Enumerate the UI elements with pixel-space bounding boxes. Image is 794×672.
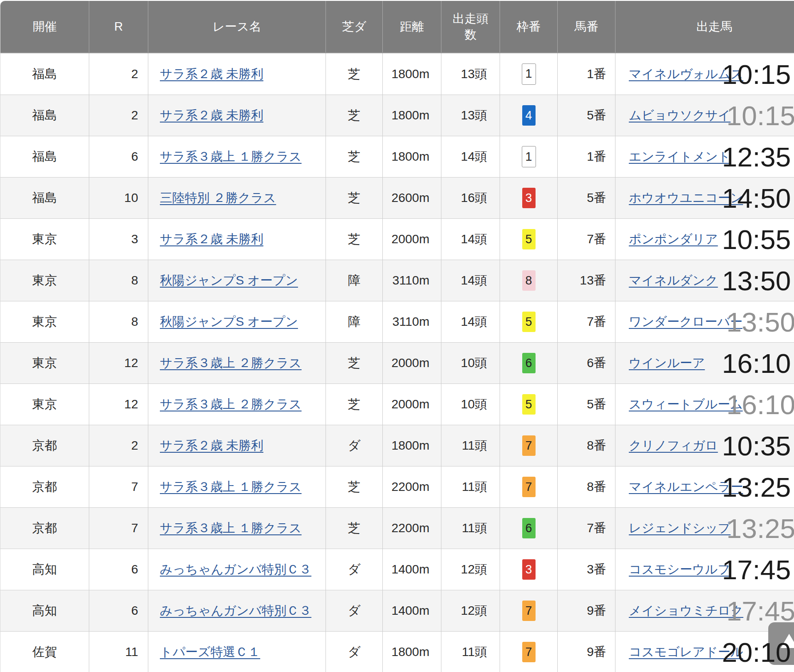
distance-cell: 2200m bbox=[383, 508, 441, 549]
race-number-label: 10 bbox=[124, 191, 138, 205]
horse-number-label: 8番 bbox=[587, 437, 606, 454]
distance-label: 1800m bbox=[391, 67, 429, 81]
horse-cell: ムビョウソクサイ10:15 bbox=[615, 95, 794, 136]
field-size-cell: 11頭 bbox=[441, 466, 500, 507]
surface-label: 芝 bbox=[348, 66, 361, 83]
column-label: 出走馬 bbox=[696, 19, 732, 35]
race-number-cell: 12 bbox=[89, 384, 148, 425]
race-name-link[interactable]: サラ系２歳 未勝利 bbox=[160, 107, 263, 124]
horse-name-link[interactable]: マイネルダンク bbox=[629, 272, 718, 289]
venue-label: 京都 bbox=[32, 478, 57, 495]
race-name-cell: みっちゃんガンバ特別Ｃ３ bbox=[148, 549, 326, 590]
horse-name-link[interactable]: ウインルーア bbox=[629, 355, 705, 372]
horse-cell: クリノフィガロ10:35 bbox=[615, 425, 794, 466]
frame-number-cell: 3 bbox=[500, 178, 558, 218]
distance-cell: 1800m bbox=[383, 632, 441, 672]
race-name-link[interactable]: サラ系２歳 未勝利 bbox=[160, 66, 263, 83]
distance-label: 2600m bbox=[391, 191, 429, 205]
venue-label: 東京 bbox=[32, 313, 57, 330]
race-name-link[interactable]: サラ系３歳上 ２勝クラス bbox=[160, 355, 302, 372]
col-header-venue: 開催 bbox=[0, 1, 89, 52]
surface-label: 障 bbox=[348, 313, 361, 330]
field-size-cell: 12頭 bbox=[441, 549, 500, 590]
horse-name-link[interactable]: スウィートブルーム bbox=[629, 396, 743, 413]
field-size-label: 16頭 bbox=[461, 190, 487, 206]
frame-number-cell: 6 bbox=[500, 508, 558, 549]
venue-label: 東京 bbox=[32, 272, 57, 289]
race-name-cell: サラ系３歳上 ２勝クラス bbox=[148, 343, 326, 383]
surface-label: 芝 bbox=[348, 396, 361, 413]
surface-label: ダ bbox=[348, 561, 361, 578]
frame-number-badge: 1 bbox=[522, 146, 536, 167]
venue-cell: 高知 bbox=[0, 590, 89, 631]
surface-label: ダ bbox=[348, 644, 361, 660]
race-name-link[interactable]: トパーズ特選Ｃ１ bbox=[160, 644, 260, 660]
horse-name-link[interactable]: コスモシーウルフ bbox=[629, 561, 730, 578]
field-size-cell: 11頭 bbox=[441, 508, 500, 549]
surface-label: 芝 bbox=[348, 355, 361, 372]
horse-name-link[interactable]: ワンダークローバー bbox=[629, 313, 742, 330]
surface-label: 障 bbox=[348, 272, 361, 289]
field-size-cell: 14頭 bbox=[441, 219, 500, 260]
table-row: 京都7サラ系３歳上 １勝クラス芝2200m11頭78番マイネルエンペラー13:2… bbox=[0, 466, 794, 507]
distance-cell: 1400m bbox=[383, 549, 441, 590]
horse-name-link[interactable]: クリノフィガロ bbox=[629, 437, 718, 454]
distance-label: 1800m bbox=[391, 439, 429, 453]
distance-cell: 2000m bbox=[383, 384, 441, 425]
venue-label: 福島 bbox=[32, 148, 57, 165]
horse-number-cell: 1番 bbox=[558, 53, 615, 95]
horse-name-link[interactable]: ムビョウソクサイ bbox=[629, 107, 730, 124]
field-size-cell: 14頭 bbox=[441, 136, 500, 177]
horse-number-label: 3番 bbox=[587, 561, 606, 578]
race-number-label: 8 bbox=[131, 315, 138, 329]
race-name-cell: サラ系２歳 未勝利 bbox=[148, 95, 326, 136]
horse-number-cell: 9番 bbox=[558, 590, 615, 631]
field-size-label: 10頭 bbox=[461, 355, 487, 372]
horse-number-label: 5番 bbox=[587, 107, 606, 124]
field-size-cell: 14頭 bbox=[441, 260, 500, 301]
race-number-label: 7 bbox=[131, 480, 138, 494]
race-number-cell: 8 bbox=[89, 260, 148, 301]
horse-number-cell: 7番 bbox=[558, 508, 615, 549]
race-name-link[interactable]: 三陸特別 ２勝クラス bbox=[160, 190, 276, 206]
field-size-label: 12頭 bbox=[461, 561, 487, 578]
surface-label: 芝 bbox=[348, 148, 361, 165]
horse-cell: エンライトメント12:35 bbox=[615, 136, 794, 177]
horse-name-link[interactable]: ポンポンダリア bbox=[629, 231, 718, 248]
race-name-link[interactable]: みっちゃんガンバ特別Ｃ３ bbox=[160, 561, 311, 578]
venue-cell: 福島 bbox=[0, 136, 89, 177]
horse-name-link[interactable]: エンライトメント bbox=[629, 148, 730, 165]
field-size-cell: 14頭 bbox=[441, 301, 500, 342]
horse-number-cell: 5番 bbox=[558, 95, 615, 136]
race-name-link[interactable]: サラ系２歳 未勝利 bbox=[160, 231, 263, 248]
race-name-link[interactable]: サラ系３歳上 １勝クラス bbox=[160, 478, 302, 495]
race-name-link[interactable]: みっちゃんガンバ特別Ｃ３ bbox=[160, 602, 311, 619]
surface-label: 芝 bbox=[348, 520, 361, 537]
surface-label: 芝 bbox=[348, 231, 361, 248]
horse-number-cell: 8番 bbox=[558, 466, 615, 507]
frame-number-badge: 5 bbox=[522, 394, 536, 415]
horse-cell: コスモゴレアドール20:10 bbox=[615, 632, 794, 672]
field-size-label: 11頭 bbox=[462, 644, 487, 660]
distance-label: 3110m bbox=[392, 315, 429, 329]
distance-cell: 1400m bbox=[383, 590, 441, 631]
table-row: 高知6みっちゃんガンバ特別Ｃ３ダ1400m12頭33番コスモシーウルフ17:45 bbox=[0, 549, 794, 590]
horse-cell: ワンダークローバー13:50 bbox=[615, 301, 794, 342]
race-name-link[interactable]: 秋陽ジャンプS オープン bbox=[160, 313, 298, 330]
race-start-time: 10:15 bbox=[727, 100, 794, 131]
horse-cell: ホウオウユニコーン14:50 bbox=[615, 178, 794, 218]
race-name-link[interactable]: サラ系３歳上 ２勝クラス bbox=[160, 396, 302, 413]
frame-number-cell: 5 bbox=[500, 219, 558, 260]
race-table-viewport: 開催 R レース名 芝ダ 距離 出走頭数 枠番 馬番 出走馬 福島2サラ系２歳 … bbox=[0, 0, 794, 672]
race-name-link[interactable]: サラ系３歳上 １勝クラス bbox=[160, 148, 302, 165]
venue-cell: 東京 bbox=[0, 219, 89, 260]
race-name-link[interactable]: サラ系２歳 未勝利 bbox=[160, 437, 263, 454]
col-header-race-name: レース名 bbox=[148, 1, 326, 52]
race-name-cell: 三陸特別 ２勝クラス bbox=[148, 178, 326, 218]
frame-number-cell: 1 bbox=[500, 136, 558, 177]
horse-name-link[interactable]: レジェンドシップ bbox=[629, 520, 730, 537]
column-label: 出走頭数 bbox=[452, 11, 489, 43]
race-name-link[interactable]: サラ系３歳上 １勝クラス bbox=[160, 520, 302, 537]
field-size-cell: 10頭 bbox=[441, 343, 500, 383]
race-name-link[interactable]: 秋陽ジャンプS オープン bbox=[160, 272, 298, 289]
